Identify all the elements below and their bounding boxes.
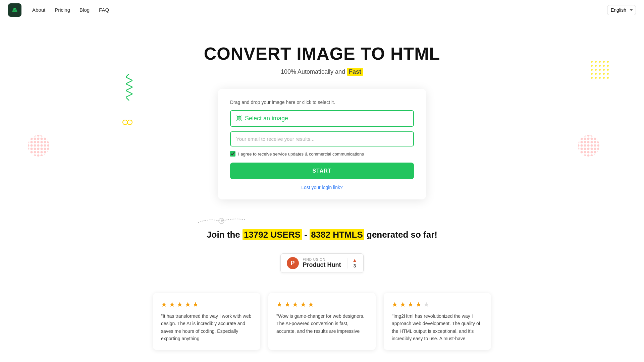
star-3: ★ — [292, 301, 298, 308]
lang-selector-wrapper: English — [607, 5, 636, 15]
file-input-label[interactable]: 🖼 Select an image — [230, 110, 414, 127]
svg-point-10 — [127, 120, 132, 125]
upload-card: Drag and drop your image here or click t… — [218, 89, 426, 199]
stats-separator: - — [302, 230, 310, 240]
reviews-section: ★ ★ ★ ★ ★ "It has transformed the way I … — [121, 286, 523, 362]
review-card-2: ★ ★ ★ ★ ★ "Wow is game-changer for web d… — [268, 293, 376, 350]
agree-label[interactable]: I agree to receive service updates & com… — [238, 152, 364, 157]
star-5-empty: ★ — [423, 301, 429, 308]
nav-about[interactable]: About — [32, 7, 45, 13]
file-input-placeholder: Select an image — [245, 115, 288, 122]
language-select[interactable]: English — [607, 5, 636, 15]
svg-point-9 — [123, 120, 127, 125]
file-input-box: 🖼 Select an image — [230, 110, 414, 127]
star-3: ★ — [408, 301, 414, 308]
review-text-3: "Img2Html has revolutionized the way I a… — [392, 312, 483, 343]
svg-rect-0 — [10, 5, 19, 15]
review-stars-3: ★ ★ ★ ★ ★ — [392, 300, 483, 308]
star-1: ★ — [161, 301, 167, 308]
lost-login-link[interactable]: Lost your login link? — [230, 185, 414, 190]
hero-subtitle: 100% Automatically and Fast — [7, 68, 637, 75]
star-1: ★ — [392, 301, 398, 308]
start-button[interactable]: START — [230, 163, 414, 179]
stats-section: Join the 13792 USERS - 8382 HTMLS genera… — [0, 213, 644, 250]
hero-subtitle-prefix: 100% Automatically and — [281, 68, 347, 75]
star-4: ★ — [300, 301, 306, 308]
deco-circle-right — [577, 134, 600, 159]
star-1: ★ — [276, 301, 282, 308]
product-hunt-logo: P — [287, 257, 299, 269]
checkbox-row: I agree to receive service updates & com… — [230, 151, 414, 157]
stats-users: 13792 USERS — [243, 229, 302, 240]
stats-prefix: Join the — [207, 230, 243, 240]
image-icon: 🖼 — [236, 115, 242, 122]
email-input[interactable] — [230, 131, 414, 146]
product-hunt-badge[interactable]: P FIND US ON Product Hunt ▲ 3 — [280, 253, 364, 273]
hero-title: CONVERT IMAGE TO HTML — [7, 44, 637, 64]
ph-upvote-arrow: ▲ — [352, 258, 358, 263]
review-stars-2: ★ ★ ★ ★ ★ — [276, 300, 368, 308]
star-3: ★ — [177, 301, 183, 308]
review-text-1: "It has transformed the way I work with … — [161, 312, 252, 343]
stats-suffix: generated so far! — [364, 230, 437, 240]
product-hunt-section: P FIND US ON Product Hunt ▲ 3 — [0, 250, 644, 286]
nav-left: About Pricing Blog FAQ — [8, 3, 109, 17]
nav-faq[interactable]: FAQ — [99, 7, 109, 13]
review-text-2: "Wow is game-changer for web designers. … — [276, 312, 368, 335]
logo[interactable] — [8, 3, 21, 17]
hero-subtitle-highlight: Fast — [347, 68, 363, 76]
ph-text: FIND US ON Product Hunt — [303, 258, 341, 268]
svg-point-4 — [29, 136, 49, 156]
agree-checkbox[interactable] — [230, 151, 235, 157]
ph-name: Product Hunt — [303, 261, 341, 268]
svg-point-6 — [28, 135, 49, 157]
star-2: ★ — [284, 301, 290, 308]
stats-htmls: 8382 HTMLS — [310, 229, 364, 240]
nav-blog[interactable]: Blog — [79, 7, 90, 13]
deco-dots-stats — [195, 216, 248, 228]
deco-zigzag — [126, 74, 132, 102]
navbar: About Pricing Blog FAQ English — [0, 0, 644, 20]
nav-links: About Pricing Blog FAQ — [32, 7, 109, 13]
review-card-3: ★ ★ ★ ★ ★ "Img2Html has revolutionized t… — [384, 293, 491, 350]
ph-vote-count: 3 — [354, 263, 356, 268]
deco-rings — [122, 119, 132, 127]
svg-point-8 — [578, 135, 599, 157]
svg-point-12 — [221, 220, 223, 222]
star-5: ★ — [193, 301, 199, 308]
ph-find-text: FIND US ON — [303, 258, 341, 261]
review-card-1: ★ ★ ★ ★ ★ "It has transformed the way I … — [153, 293, 260, 350]
nav-pricing[interactable]: Pricing — [55, 7, 70, 13]
star-5: ★ — [308, 301, 314, 308]
svg-point-1 — [14, 8, 16, 10]
deco-circle-left — [27, 134, 50, 159]
star-2: ★ — [400, 301, 406, 308]
star-2: ★ — [169, 301, 175, 308]
drag-drop-description: Drag and drop your image here or click t… — [230, 100, 414, 105]
stats-text: Join the 13792 USERS - 8382 HTMLS genera… — [7, 230, 637, 240]
logo-icon — [10, 5, 19, 15]
hero-section: CONVERT IMAGE TO HTML 100% Automatically… — [0, 20, 644, 213]
star-4: ★ — [185, 301, 191, 308]
ph-votes: ▲ 3 — [347, 258, 358, 268]
star-4: ★ — [416, 301, 422, 308]
review-stars-1: ★ ★ ★ ★ ★ — [161, 300, 252, 308]
